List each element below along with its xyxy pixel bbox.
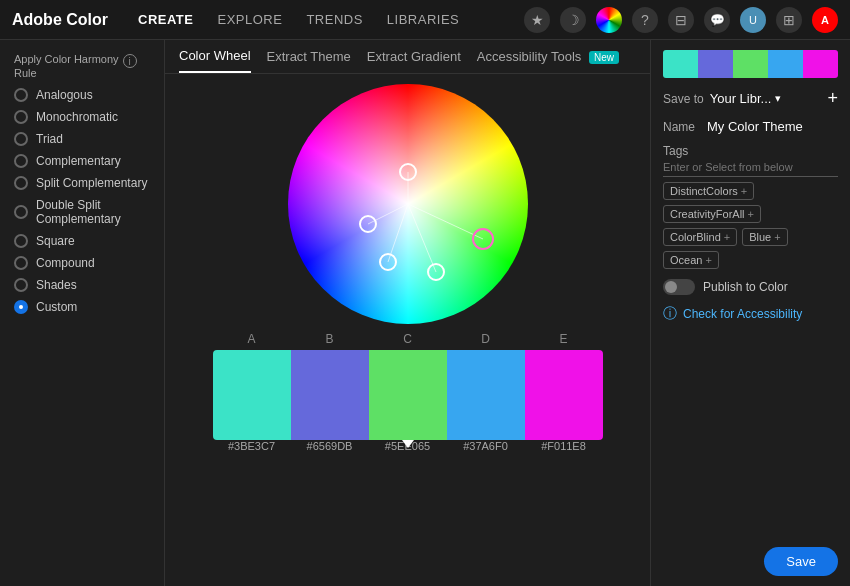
radio-square[interactable]: Square [14,234,150,248]
help-icon[interactable]: ? [632,7,658,33]
swatch-labels: A B C D E [213,332,603,346]
publish-label: Publish to Color [703,280,788,294]
radio-custom[interactable]: Custom [14,300,150,314]
tab-color-wheel[interactable]: Color Wheel [179,48,251,73]
grid-icon[interactable]: ⊞ [776,7,802,33]
nav-trends[interactable]: TRENDS [306,12,362,27]
swatch-label-b: B [293,332,367,346]
tag-colorblind[interactable]: ColorBlind + [663,228,737,246]
wheel-lines [288,84,528,324]
bookmark-icon[interactable]: ★ [524,7,550,33]
tag-distinctcolors[interactable]: DistinctColors + [663,182,754,200]
tag-plus-icon: + [748,208,754,220]
save-to-label: Save to [663,92,704,106]
info-icon[interactable]: i [123,54,137,68]
center-content: Color Wheel Extract Theme Extract Gradie… [165,40,650,586]
notification-icon[interactable]: ⊟ [668,7,694,33]
radio-circle-monochromatic [14,110,28,124]
tag-label: CreativityForAll [670,208,745,220]
tag-ocean[interactable]: Ocean + [663,251,719,269]
radio-monochromatic[interactable]: Monochromatic [14,110,150,124]
wheel-handle-b[interactable] [359,215,377,233]
tag-creativityforall[interactable]: CreativityForAll + [663,205,761,223]
tags-section: Tags DistinctColors + CreativityForAll +… [663,144,838,269]
swatch-active-arrow [402,440,414,448]
add-library-icon[interactable]: + [827,88,838,109]
radio-compound[interactable]: Compound [14,256,150,270]
swatch-label-a: A [215,332,289,346]
tag-plus-icon: + [724,231,730,243]
tag-label: Ocean [670,254,702,266]
tab-extract-gradient[interactable]: Extract Gradient [367,49,461,72]
theme-name[interactable]: My Color Theme [707,119,803,134]
tab-extract-theme[interactable]: Extract Theme [267,49,351,72]
color-wheel-icon[interactable] [596,7,622,33]
swatch-a[interactable] [213,350,291,440]
svg-line-3 [408,204,436,272]
swatch-d[interactable] [447,350,525,440]
radio-label-triad: Triad [36,132,63,146]
color-preview-strip [663,50,838,78]
adobe-icon[interactable]: A [812,7,838,33]
chat-icon[interactable]: 💬 [704,7,730,33]
radio-label-square: Square [36,234,75,248]
wheel-handle-a[interactable] [399,163,417,181]
new-badge: New [589,51,619,64]
radio-label-shades: Shades [36,278,77,292]
library-select[interactable]: Your Libr... ▾ [710,91,782,106]
radio-label-analogous: Analogous [36,88,93,102]
radio-shades[interactable]: Shades [14,278,150,292]
tags-label: Tags [663,144,838,158]
tag-plus-icon: + [705,254,711,266]
tabs-bar: Color Wheel Extract Theme Extract Gradie… [165,40,650,74]
radio-split-complementary[interactable]: Split Complementary [14,176,150,190]
save-button[interactable]: Save [764,547,838,576]
moon-icon[interactable]: ☽ [560,7,586,33]
right-panel: Save to Your Libr... ▾ + Name My Color T… [650,40,850,586]
save-to-row: Save to Your Libr... ▾ + [663,88,838,109]
radio-circle-shades [14,278,28,292]
color-wheel-container[interactable] [288,84,528,324]
radio-double-split-complementary[interactable]: Double Split Complementary [14,198,150,226]
tag-plus-icon: + [774,231,780,243]
wheel-handle-c[interactable] [379,253,397,271]
swatches-row [213,350,603,440]
hex-e: #F011E8 [527,440,601,452]
app-title: Adobe Color [12,11,108,29]
avatar[interactable]: U [740,7,766,33]
radio-complementary[interactable]: Complementary [14,154,150,168]
chevron-down-icon[interactable]: ▾ [775,92,781,105]
swatch-b[interactable] [291,350,369,440]
wheel-handle-d[interactable] [427,263,445,281]
radio-label-compound: Compound [36,256,95,270]
radio-circle-compound [14,256,28,270]
tag-blue[interactable]: Blue + [742,228,787,246]
radio-triad[interactable]: Triad [14,132,150,146]
swatch-e[interactable] [525,350,603,440]
radio-label-custom: Custom [36,300,77,314]
swatch-label-e: E [527,332,601,346]
tags-input[interactable] [663,158,838,177]
harmony-rule-title: Apply Color Harmony Rule i [14,52,150,80]
accessibility-label: Check for Accessibility [683,307,802,321]
nav-icons: ★ ☽ ? ⊟ 💬 U ⊞ A [524,7,838,33]
hex-d: #37A6F0 [449,440,523,452]
nav-explore[interactable]: EXPLORE [217,12,282,27]
preview-e [803,50,838,78]
tag-plus-icon: + [741,185,747,197]
wheel-handle-e[interactable] [472,228,494,250]
radio-analogous[interactable]: Analogous [14,88,150,102]
tab-accessibility-tools[interactable]: Accessibility Tools New [477,49,619,72]
toggle-knob [665,281,677,293]
publish-row: Publish to Color [663,279,838,295]
tag-label: DistinctColors [670,185,738,197]
accessibility-row[interactable]: ⓘ Check for Accessibility [663,305,838,323]
radio-circle-custom [14,300,28,314]
publish-toggle[interactable] [663,279,695,295]
tags-chips: DistinctColors + CreativityForAll + Colo… [663,182,838,269]
swatch-c[interactable] [369,350,447,440]
nav-create[interactable]: CREATE [138,12,193,27]
preview-a [663,50,698,78]
radio-circle-complementary [14,154,28,168]
nav-libraries[interactable]: LIBRARIES [387,12,459,27]
